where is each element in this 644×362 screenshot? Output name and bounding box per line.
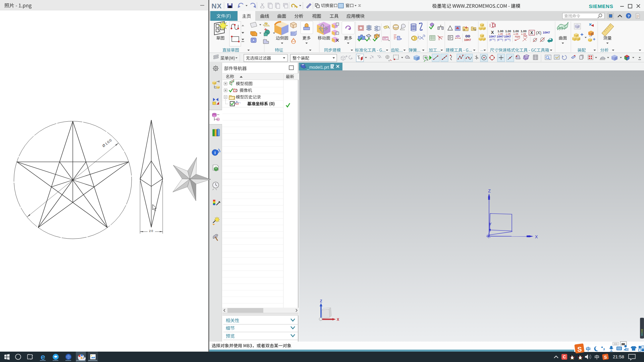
svg-text:[8°¹⁵]: [8°¹⁵] [497,38,503,41]
svg-text:(X): (X) [536,31,541,35]
svg-text:10H7: 10H7 [489,35,496,38]
svg-text:C: C [563,355,566,359]
svg-text:S: S [604,355,607,360]
svg-text:SIEMENS: SIEMENS [589,3,613,9]
svg-text:Ø100: Ø100 [101,137,113,148]
svg-text:S: S [577,346,582,353]
svg-text:Z: Z [320,299,322,303]
svg-text:X: X [337,317,339,321]
svg-text:10H7: 10H7 [464,38,471,42]
svg-text:[8°¹⁵]: [8°¹⁵] [505,38,511,41]
svg-text:i: i [214,150,216,155]
svg-text:Z: Z [488,189,491,193]
svg-text:?: ? [628,14,630,18]
svg-text:10H7: 10H7 [504,35,511,38]
svg-text:...: ... [480,48,483,52]
svg-text:NX: NX [211,2,222,10]
svg-text:_model1.prt: _model1.prt [307,65,329,70]
svg-text:RØ: RØ [523,35,527,38]
svg-text:21:58: 21:58 [613,354,624,359]
svg-text:X: X [491,30,494,35]
svg-text:[8°¹⁵]: [8°¹⁵] [490,38,495,41]
svg-text:10H7: 10H7 [497,35,504,38]
svg-text:45: 45 [626,348,629,351]
svg-text:10H7: 10H7 [543,31,550,34]
svg-text:20: 20 [149,229,154,233]
svg-text:X: X [530,31,533,35]
svg-text:e: e [41,352,45,361]
svg-text:X: X [535,235,538,239]
svg-text:R[Ø]: R[Ø] [515,35,520,38]
